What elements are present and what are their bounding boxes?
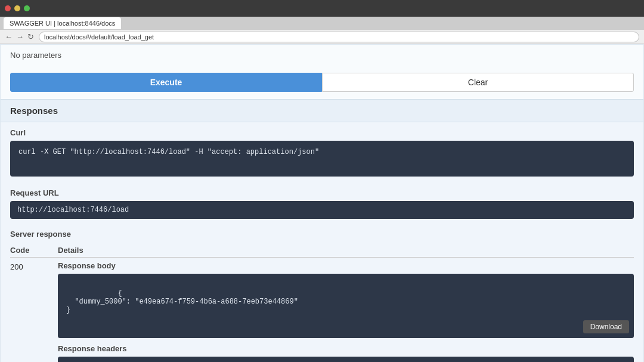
forward-icon[interactable]: → xyxy=(16,32,24,41)
no-params-section: No parameters xyxy=(1,45,643,66)
tab-bar: SWAGGER UI | localhost:8446/docs xyxy=(0,17,644,30)
execute-button[interactable]: Execute xyxy=(10,73,322,92)
response-body-text: { "dummy_5000": "e49ea674-f759-4b6a-a688… xyxy=(66,289,298,314)
reload-icon[interactable]: ↻ xyxy=(27,32,34,41)
responses-main-header-text: Responses xyxy=(10,106,58,116)
response-row-200: 200 Response body { "dummy_5000": "e49ea… xyxy=(10,258,634,362)
request-url-value: http://localhost:7446/load xyxy=(10,201,634,219)
response-body-block: { "dummy_5000": "e49ea674-f759-4b6a-a688… xyxy=(58,274,634,338)
clear-button[interactable]: Clear xyxy=(322,73,634,92)
request-url-section: Request URL http://localhost:7446/load xyxy=(1,182,643,225)
active-tab[interactable]: SWAGGER UI | localhost:8446/docs xyxy=(4,17,121,29)
no-params-text: No parameters xyxy=(10,51,61,60)
curl-code-block: curl -X GET "http://localhost:7446/load"… xyxy=(10,141,634,177)
code-col-header: Code xyxy=(10,246,58,255)
response-headers-label: Response headers xyxy=(58,344,634,353)
nav-icons: ← → ↻ xyxy=(5,32,34,41)
execute-row: Execute Clear xyxy=(1,66,643,99)
minimize-dot[interactable] xyxy=(14,5,20,11)
back-icon[interactable]: ← xyxy=(5,32,13,41)
download-button[interactable]: Download xyxy=(583,320,629,333)
page-wrapper: SWAGGER UI | localhost:8446/docs ← → ↻ N… xyxy=(0,0,644,362)
curl-section: Curl curl -X GET "http://localhost:7446/… xyxy=(1,122,643,182)
response-table-header: Code Details xyxy=(10,243,634,258)
response-details: Response body { "dummy_5000": "e49ea674-… xyxy=(58,261,634,362)
swagger-content: No parameters Execute Clear Responses Cu… xyxy=(0,44,644,362)
close-dot[interactable] xyxy=(5,5,11,11)
server-response-text: Server response xyxy=(10,230,71,239)
curl-label: Curl xyxy=(10,128,634,137)
address-bar: ← → ↻ xyxy=(0,30,644,44)
response-code-200: 200 xyxy=(10,261,58,271)
response-table: Code Details 200 Response body { "dummy_… xyxy=(1,243,643,362)
response-headers-block: content-length: 53 content-type: applica… xyxy=(58,357,634,362)
url-input[interactable] xyxy=(39,32,639,42)
responses-main-header: Responses xyxy=(1,99,643,122)
server-response-header: Server response xyxy=(1,225,643,243)
request-url-label: Request URL xyxy=(10,188,634,197)
details-col-header: Details xyxy=(58,246,634,255)
response-body-label: Response body xyxy=(58,261,634,270)
tab-label: SWAGGER UI | localhost:8446/docs xyxy=(10,20,115,27)
browser-chrome xyxy=(0,0,644,17)
maximize-dot[interactable] xyxy=(24,5,30,11)
